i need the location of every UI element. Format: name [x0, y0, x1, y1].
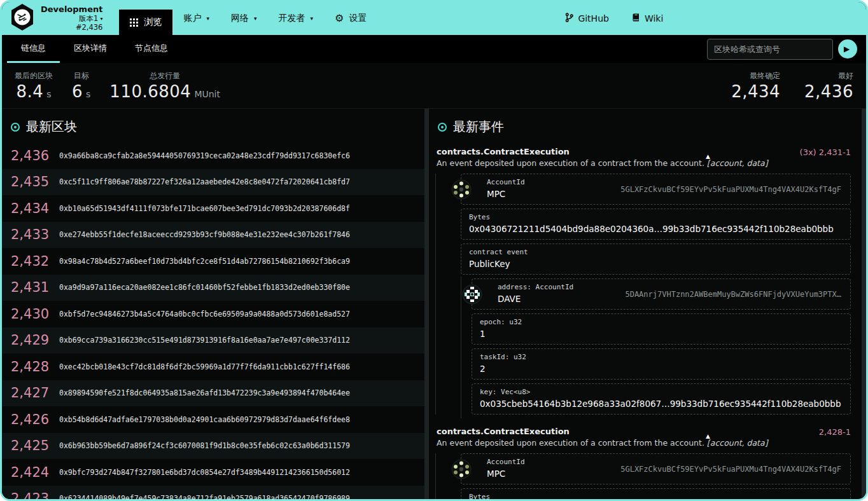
- block-row: 2,428 0xec42bcb018e43cf7dc81d8f6df2bc599…: [2, 353, 424, 380]
- external-link[interactable]: GitHub: [565, 13, 609, 24]
- block-hash: 0x6b963bb59be6d7a896f24cf3c6070081f9d1b8…: [59, 441, 350, 450]
- stat-value: 6: [72, 82, 83, 101]
- stat-value: 8.4: [16, 82, 43, 101]
- event-field: epoch: u32 1: [472, 313, 851, 345]
- chevron-down-icon: ▾: [206, 15, 209, 22]
- block-number-link[interactable]: 2,434: [11, 201, 45, 216]
- stats-left: 最后的区块 8.4s 目标 6s 总发行量 110.6804MUnit: [15, 71, 239, 101]
- event-field: AccountId MPC 5GLXFzCkvuBCf59EYvPv5kFuaP…: [461, 174, 851, 205]
- block-number-link[interactable]: 2,425: [11, 438, 45, 453]
- field-label: Bytes: [469, 493, 843, 499]
- block-hash: 0xe274ebb55f1decfe18aceeccd9293b93cf9b08…: [59, 230, 350, 239]
- collapse-icon[interactable]: ▲: [706, 433, 710, 439]
- gear-icon: ⚙: [335, 13, 344, 24]
- collapse-icon[interactable]: ▲: [706, 153, 710, 160]
- block-row: 2,434 0xb10a65d51943df4111f073bfe171bcae…: [2, 195, 424, 222]
- event-fields: AccountId MPC 5GLXFzCkvuBCf59EYvPv5kFuaP…: [435, 174, 861, 415]
- block-number-link[interactable]: 2,431: [11, 280, 45, 295]
- block-hash: 0xb10a65d51943df4111f073bfe171bcae607bee…: [59, 204, 350, 213]
- event-description: An event deposited upon execution of a c…: [437, 438, 851, 448]
- block-row: 2,430 0xbf5d7ec94846273b4a5c4764a0bc0cfb…: [2, 301, 424, 327]
- event-field: key: Vec<u8> 0x035cbeb54164b3b12e968a33a…: [472, 383, 851, 415]
- search-input[interactable]: [707, 39, 833, 60]
- event-block-link[interactable]: 2,428-1: [819, 427, 851, 437]
- event-field: AccountId MPC 5GLXFzCkvuBCf59EYvPv5kFuaP…: [461, 453, 851, 484]
- stat-value: 2,436: [804, 82, 853, 101]
- stats-right: 最终确定 2,434 最好 2,436: [731, 71, 853, 101]
- block-number-link[interactable]: 2,427: [11, 385, 45, 401]
- block-number-link[interactable]: 2,435: [11, 174, 45, 189]
- book-icon: [632, 13, 640, 24]
- nav-item[interactable]: 网络 ▾: [220, 2, 268, 35]
- block-hash: 0xb69cca739a3166230cc515e491d873913916f8…: [59, 336, 350, 345]
- events-scrollbar[interactable]: [862, 109, 866, 499]
- event-item: contracts.ContractExecution 2,428-1 ▲ An…: [429, 422, 861, 499]
- stat-label: 最终确定: [731, 71, 780, 81]
- event-name: contracts.ContractExecution: [437, 147, 851, 156]
- event-head: contracts.ContractExecution 2,428-1 ▲ An…: [429, 422, 861, 451]
- event-field: Bytes 0x04306721211d5404bd9da88e0204360a…: [461, 209, 851, 240]
- field-address: 5GLXFzCkvuBCf59EYvPv5kFuaPUXMu4Tng4VAX4U…: [620, 465, 841, 474]
- block-row: 2,435 0xc5f11c9ff806ae78b87227ef326a12aa…: [2, 169, 424, 196]
- stat-label: 最后的区块: [15, 71, 53, 81]
- grid-icon: [130, 18, 139, 27]
- field-value: 0x035cbeb54164b3b12e968a33a02f8067…99b33…: [480, 399, 843, 409]
- field-address: 5GLXFzCkvuBCf59EYvPv5kFuaPUXMu4Tng4VAX4U…: [620, 185, 841, 194]
- nav-item[interactable]: 开发者 ▾: [268, 2, 325, 35]
- recent-events-header: 最新事件: [429, 109, 861, 142]
- identicon-dave: [462, 284, 482, 305]
- app-window: Development 版本1▾ #2,436 浏览 账户 ▾: [0, 0, 868, 501]
- tab[interactable]: 区块详情: [60, 35, 121, 63]
- block-row: 2,433 0xe274ebb55f1decfe18aceeccd9293b93…: [2, 222, 424, 249]
- nav-item[interactable]: 账户 ▾: [172, 2, 220, 35]
- block-number-link[interactable]: 2,436: [11, 148, 45, 163]
- block-hash: 0x9a66ba8ca9cfab2a8e59444050769319ceca02…: [59, 151, 350, 160]
- external-links: GitHub Wiki: [565, 2, 663, 35]
- nav-item-label: 设置: [349, 13, 367, 24]
- block-number-link[interactable]: 2,423: [11, 491, 45, 499]
- block-number-link[interactable]: 2,430: [11, 306, 45, 322]
- chevron-down-icon: ▾: [100, 16, 102, 22]
- block-hash: 0xa9d9a97a116eca20ae082ee1c86fc01460bf52…: [59, 283, 350, 292]
- field-value: 1: [480, 329, 843, 339]
- block-number-link[interactable]: 2,432: [11, 254, 45, 269]
- event-head: contracts.ContractExecution (3x) 2,431-1…: [429, 142, 861, 171]
- nav-item[interactable]: ⚙ 设置: [324, 2, 377, 35]
- field-label: contract event: [469, 248, 843, 256]
- block-number-link[interactable]: 2,424: [11, 465, 45, 480]
- search-submit-button[interactable]: ▶: [838, 39, 857, 58]
- section-title: 最新事件: [453, 118, 504, 135]
- stat: 最后的区块 8.4s: [15, 71, 53, 101]
- event-block-link[interactable]: (3x) 2,431-1: [800, 148, 851, 157]
- field-label: key: Vec<u8>: [480, 388, 843, 396]
- sub-bar: 链信息 区块详情 节点信息 ▶: [2, 35, 866, 63]
- nav-item[interactable]: 浏览: [119, 10, 172, 35]
- block-number-link[interactable]: 2,426: [11, 412, 45, 427]
- play-icon: ▶: [844, 45, 850, 53]
- block-number-link[interactable]: 2,428: [11, 359, 45, 374]
- chain-info: Development 版本1▾ #2,436: [41, 4, 102, 32]
- events-list: contracts.ContractExecution (3x) 2,431-1…: [429, 142, 861, 499]
- tab[interactable]: 链信息: [7, 35, 60, 63]
- blocks-scrollbar[interactable]: [424, 109, 429, 499]
- network-selector[interactable]: Development 版本1▾ #2,436: [2, 2, 109, 35]
- block-hash: 0x98a4c78b4d527a6beef10d73bd4bfc2ce8f51d…: [59, 257, 350, 266]
- stat-value: 2,434: [731, 82, 780, 101]
- block-row: 2,425 0x6b963bb59be6d7a896f24cf3c6070081…: [2, 433, 424, 460]
- block-hash: 0x89894590fe521f8dc064935a815ae26afd13b4…: [59, 388, 350, 397]
- block-hash: 0xc5f11c9ff806ae78b87227ef326a12aaebede4…: [59, 177, 350, 186]
- external-link[interactable]: Wiki: [632, 13, 663, 24]
- recent-blocks-header: 最新区块: [2, 109, 424, 142]
- block-number-link[interactable]: 2,429: [11, 333, 45, 348]
- nav-item-label: 账户: [183, 13, 201, 24]
- app-logo-icon: [10, 3, 35, 34]
- event-field: contract event PublicKey: [461, 244, 851, 275]
- chain-version[interactable]: 版本1▾: [41, 15, 102, 24]
- block-number-link[interactable]: 2,433: [11, 227, 45, 242]
- block-row: 2,431 0xa9d9a97a116eca20ae082ee1c86fc014…: [2, 275, 424, 301]
- stat-unit: MUnit: [194, 89, 220, 99]
- stat: 总发行量 110.6804MUnit: [109, 71, 220, 101]
- event-fields: AccountId MPC 5GLXFzCkvuBCf59EYvPv5kFuaP…: [435, 453, 861, 499]
- field-value: PublicKey: [469, 259, 843, 269]
- tab[interactable]: 节点信息: [121, 35, 182, 63]
